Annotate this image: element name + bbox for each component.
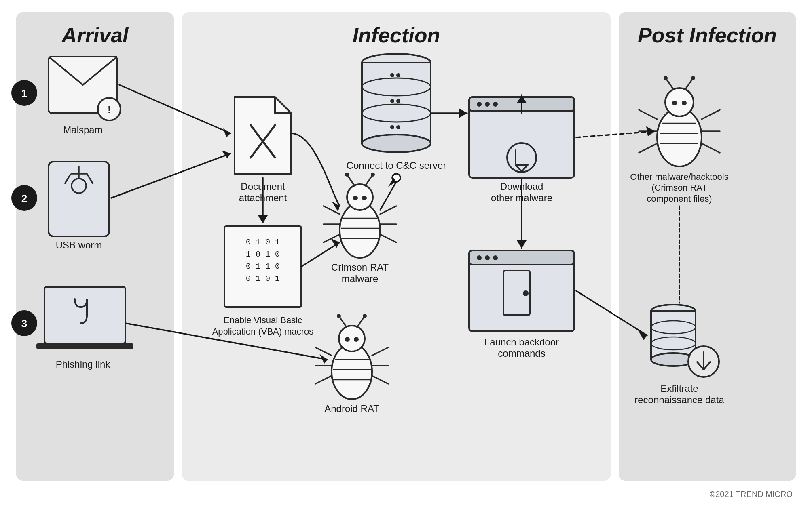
cnc-dot4: [396, 99, 400, 103]
backdoor-label1: Launch backdoor: [484, 337, 559, 347]
backdoor-titlebar: [469, 250, 574, 265]
backdoor-label2: commands: [498, 348, 545, 359]
cnc-label: Connect to C&C server: [347, 160, 446, 171]
crimson-head: [347, 184, 373, 210]
infection-title: Infection: [353, 23, 440, 47]
cnc-dot3: [390, 99, 394, 103]
hacktools-head: [665, 88, 694, 116]
crimson-eye1: [353, 196, 358, 200]
cnc-dot2: [396, 73, 400, 77]
phishing-laptop-base: [36, 343, 133, 349]
android-antenna2-tip: [363, 314, 367, 318]
android-eye1: [345, 337, 350, 342]
step-1-label: 1: [21, 87, 27, 99]
crimson-eye2: [362, 196, 367, 200]
post-infection-bg: [619, 12, 796, 481]
hacktools-antenna1-tip: [664, 76, 668, 80]
android-antenna1-tip: [337, 314, 341, 318]
phishing-label: Phishing link: [56, 359, 111, 370]
post-infection-title: Post Infection: [638, 23, 777, 47]
step-3-label: 3: [21, 318, 27, 330]
vba-label2: Application (VBA) macros: [212, 326, 314, 337]
backdoor-dot1: [477, 255, 482, 260]
android-eye2: [354, 337, 359, 342]
vba-binary2: 1 0 1 0: [246, 250, 280, 259]
vba-binary3: 0 1 1 0: [246, 262, 280, 271]
cnc-server-body: [362, 63, 431, 143]
android-label: Android RAT: [324, 403, 379, 414]
malspam-exclamation: !: [108, 104, 111, 115]
step-2-label: 2: [21, 192, 27, 204]
cnc-dot1: [390, 73, 394, 77]
usb-label: USB worm: [56, 240, 102, 250]
hacktools-eye1: [672, 101, 677, 105]
download-dot2: [485, 102, 490, 107]
android-head: [339, 326, 365, 351]
hacktools-eye2: [682, 101, 687, 105]
hacktools-label2: (Crimson RAT: [651, 183, 707, 193]
backdoor-doorknob: [523, 290, 529, 296]
exfil-label2: reconnaissance data: [634, 394, 724, 405]
doc-shape: [235, 97, 291, 174]
vba-binary4: 0 1 0 1: [246, 274, 280, 283]
phishing-laptop: [44, 287, 125, 343]
backdoor-dot3: [493, 255, 498, 260]
download-dot1: [477, 102, 482, 107]
malspam-label: Malspam: [63, 124, 102, 135]
vba-label1: Enable Visual Basic: [224, 315, 302, 325]
crimson-antenna1-tip: [345, 173, 349, 177]
hacktools-label1: Other malware/hacktools: [630, 172, 728, 182]
cnc-dot6: [396, 125, 400, 129]
crimson-label2: malware: [342, 273, 379, 284]
crimson-antenna2-tip: [371, 173, 375, 177]
footer: ©2021 TREND MICRO: [709, 490, 793, 499]
vba-binary1: 0 1 0 1: [246, 238, 280, 247]
crimson-body: [340, 203, 380, 258]
exfil-label1: Exfiltrate: [660, 383, 698, 394]
arrival-title: Arrival: [61, 23, 129, 47]
android-body: [332, 344, 372, 399]
download-dot3: [493, 102, 498, 107]
hacktools-antenna2-tip: [691, 76, 695, 80]
hacktools-label3: component files): [647, 194, 712, 204]
download-circle: [507, 143, 536, 172]
crimson-label1: Crimson RAT: [331, 262, 389, 273]
main-container: Arrival Infection Post Infection 1 ! Mal…: [0, 0, 812, 505]
backdoor-dot2: [485, 255, 490, 260]
cnc-server-bottom: [362, 135, 431, 152]
cnc-dot5: [390, 125, 394, 129]
